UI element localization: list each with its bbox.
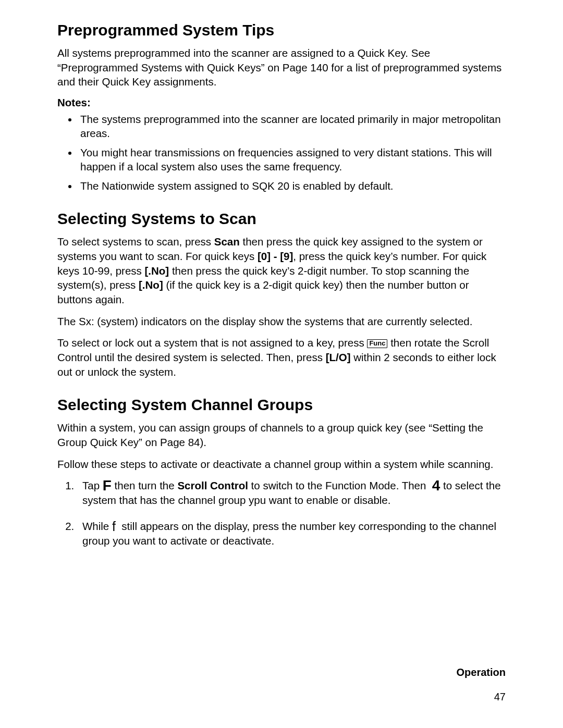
note-item: The Nationwide system assigned to SQK 20… bbox=[78, 179, 506, 193]
notes-label: Notes: bbox=[57, 96, 506, 109]
steps-list: Tap F then turn the Scroll Control to sw… bbox=[57, 478, 506, 548]
scan-key: Scan bbox=[214, 236, 240, 248]
selecting-systems-p3: To select or lock out a system that is n… bbox=[57, 336, 506, 379]
heading-selecting-channel-groups: Selecting System Channel Groups bbox=[57, 396, 506, 414]
step-item: While f still appears on the display, pr… bbox=[77, 519, 506, 548]
text: To select systems to scan, press bbox=[57, 236, 214, 248]
no-key: [.No] bbox=[145, 265, 169, 277]
lo-key: [L/O] bbox=[326, 351, 351, 363]
text: still appears on the display, press the … bbox=[82, 520, 496, 547]
text: to switch to the Function Mode. Then bbox=[248, 479, 429, 491]
scroll-control-label: Scroll Control bbox=[177, 479, 248, 491]
func-key-icon: Func bbox=[367, 339, 387, 348]
scroll-arrow-glyph: 4 bbox=[432, 478, 440, 493]
intro-paragraph: All systems preprogrammed into the scann… bbox=[57, 46, 506, 89]
selecting-systems-p2: The Sx: (system) indicators on the displ… bbox=[57, 314, 506, 329]
f-display-glyph: f bbox=[112, 520, 116, 533]
channel-groups-p2: Follow these steps to activate or deacti… bbox=[57, 457, 506, 472]
text: To select or lock out a system that is n… bbox=[57, 337, 367, 349]
note-item: The systems preprogrammed into the scann… bbox=[78, 112, 506, 140]
selecting-systems-p1: To select systems to scan, press Scan th… bbox=[57, 235, 506, 306]
text: While bbox=[82, 520, 112, 532]
heading-selecting-systems: Selecting Systems to Scan bbox=[57, 209, 506, 228]
page: Preprogrammed System Tips All systems pr… bbox=[0, 0, 563, 728]
f-key-glyph: F bbox=[103, 478, 112, 493]
channel-groups-p1: Within a system, you can assign groups o… bbox=[57, 421, 506, 449]
page-number: 47 bbox=[494, 691, 506, 703]
step-item: Tap F then turn the Scroll Control to sw… bbox=[77, 478, 506, 508]
key-range: [0] - [9] bbox=[258, 250, 293, 262]
notes-list: The systems preprogrammed into the scann… bbox=[57, 112, 506, 193]
heading-preprogrammed-tips: Preprogrammed System Tips bbox=[57, 21, 506, 40]
no-key: [.No] bbox=[139, 279, 163, 291]
footer-section-label: Operation bbox=[457, 667, 506, 678]
text: then turn the bbox=[112, 479, 178, 491]
note-item: You might hear transmissions on frequenc… bbox=[78, 145, 506, 174]
text: Tap bbox=[82, 479, 103, 491]
